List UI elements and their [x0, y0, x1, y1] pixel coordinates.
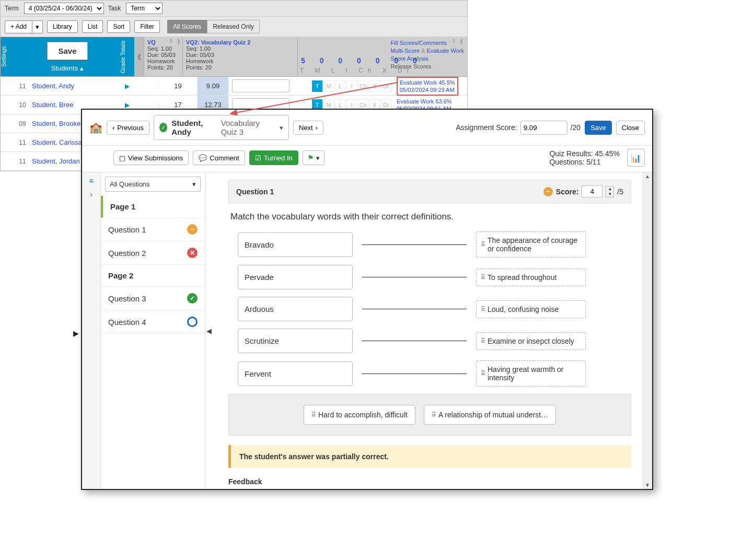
- flag-pill-Ch[interactable]: Ch: [358, 80, 368, 92]
- feedback-label: Feedback: [228, 477, 631, 486]
- gradebook-topbar: Term 4 (03/25/24 - 06/30/24) Task Term: [1, 1, 467, 17]
- comment-button[interactable]: 💬 Comment: [193, 150, 245, 165]
- library-button[interactable]: Library: [47, 20, 78, 33]
- release-scores-link[interactable]: Release Scores: [391, 63, 432, 69]
- match-connector: [362, 341, 467, 341]
- sort-asc-icon[interactable]: ▴: [80, 64, 84, 72]
- student-link[interactable]: Student, Brooke: [32, 120, 80, 127]
- bank-item[interactable]: ⠿A relationship of mutual underst…: [424, 405, 556, 425]
- grip-icon: ⠿: [481, 306, 484, 313]
- previous-button[interactable]: ‹ Previous: [107, 121, 149, 135]
- task-select[interactable]: Term: [126, 3, 163, 14]
- flag-pill-M[interactable]: M: [323, 80, 334, 92]
- match-connector: [362, 309, 467, 309]
- collapse-left-icon[interactable]: ⟪: [134, 37, 144, 76]
- student-name: Student, Andy: [171, 119, 217, 136]
- assignment-score-max: /20: [571, 123, 581, 132]
- match-row: Bravado ⠿The appearance of courage or co…: [228, 231, 631, 258]
- left-icon-rail: ≡ ›: [82, 172, 101, 489]
- match-row: Pervade ⠿To spread throughout: [228, 265, 631, 289]
- score-input[interactable]: [232, 79, 289, 92]
- evaluate-work-link[interactable]: Evaluate Work: [427, 48, 464, 54]
- fill-scores-link[interactable]: Fill Scores/Comments: [391, 39, 464, 47]
- assignment-score-input[interactable]: [520, 121, 567, 135]
- chevron-right-icon[interactable]: ⟫: [177, 38, 180, 45]
- multi-score-link[interactable]: Multi-Score: [391, 48, 420, 54]
- flag-pill-I[interactable]: I: [346, 80, 357, 92]
- add-dropdown-caret[interactable]: ▾: [32, 20, 43, 33]
- view-submissions-button[interactable]: ▢ View Submissions: [113, 150, 189, 165]
- add-button[interactable]: + Add: [5, 20, 32, 33]
- student-link[interactable]: Student, Bree: [32, 101, 74, 109]
- flag-pill-Dr[interactable]: Dr: [381, 80, 391, 92]
- gradebook-save-button[interactable]: Save: [47, 42, 87, 60]
- score-spinner[interactable]: ▲▼: [606, 186, 614, 197]
- category-column-header: ⇳ ⟪ 5 0 0 0 0 0 0 T M L I Ch X Dr Fill S…: [297, 37, 467, 76]
- match-definition[interactable]: ⠿Having great warmth or intensity: [476, 360, 586, 387]
- filter-button[interactable]: Filter: [134, 20, 160, 33]
- match-word: Pervade: [238, 265, 353, 289]
- nav-page[interactable]: Page 2: [101, 265, 205, 287]
- header-links: Fill Scores/Comments Multi-Score & Evalu…: [391, 39, 464, 71]
- row-number: 11: [15, 139, 30, 146]
- flag-pill-T[interactable]: T: [312, 80, 322, 92]
- match-definition[interactable]: ⠿Examine or insepct closely: [476, 332, 586, 350]
- students-label[interactable]: Students: [51, 64, 78, 72]
- chevron-right-icon[interactable]: ›: [90, 190, 92, 199]
- flag-dropdown[interactable]: ⚑▾: [303, 150, 324, 165]
- student-link[interactable]: Student, Andy: [32, 82, 74, 90]
- student-quiz-selector[interactable]: ✓ Student, Andy Vocabulary Quiz 3 ▾: [154, 115, 289, 140]
- match-definition[interactable]: ⠿Loud, confusing noise: [476, 300, 586, 318]
- match-word: Scrutinize: [238, 329, 353, 353]
- match-definition[interactable]: ⠿To spread throughout: [476, 269, 586, 286]
- nav-page[interactable]: Page 1: [101, 196, 205, 218]
- score-analysis-link[interactable]: Score Analysis: [391, 55, 464, 63]
- flag-pill-X[interactable]: X: [369, 80, 380, 92]
- gradebook-row: 11Student, Andy▶199.09TMLIChXDrEvaluate …: [1, 77, 467, 96]
- match-connector: [362, 277, 467, 277]
- sort-updown-icon[interactable]: ⇳: [169, 38, 173, 44]
- match-definition[interactable]: ⠿The appearance of courage or confidence: [476, 231, 586, 258]
- sort-button[interactable]: Sort: [107, 20, 130, 33]
- chart-icon-button[interactable]: 📊: [627, 149, 645, 167]
- list-button[interactable]: List: [82, 20, 103, 33]
- scrollbar[interactable]: ▲▼: [643, 172, 652, 489]
- nav-question[interactable]: Question 4: [101, 310, 205, 334]
- vq2-column-header[interactable]: VQ2: Vocabulary Quiz 2 Seq: 1.00 Due: 05…: [182, 37, 297, 76]
- modal-save-button[interactable]: Save: [585, 121, 612, 135]
- grade-totals-rail[interactable]: Grade Totals: [120, 37, 134, 76]
- nav-question[interactable]: Question 1−: [101, 218, 205, 241]
- released-only-tab[interactable]: Released Only: [207, 20, 260, 33]
- evaluate-work-link[interactable]: Evaluate Work 45.5%: [400, 79, 455, 86]
- settings-rail[interactable]: Settings: [1, 37, 15, 76]
- next-button[interactable]: Next ›: [293, 121, 323, 135]
- row-number: 09: [15, 120, 30, 127]
- gradebook-column-headers: Settings Save Students ▴ Grade Totals ⟪ …: [1, 37, 467, 77]
- bank-item[interactable]: ⠿Hard to accomplish, difficult: [304, 405, 415, 425]
- question-title: Question 1: [236, 188, 274, 196]
- turned-in-button[interactable]: ☑ Turned In: [249, 150, 298, 165]
- nav-question[interactable]: Question 2✕: [101, 241, 205, 265]
- evaluate-work-link[interactable]: Evaluate Work 63.6%: [397, 98, 467, 105]
- grip-icon: ⠿: [311, 411, 315, 418]
- list-icon[interactable]: ≡: [89, 177, 93, 185]
- chevron-down-icon: ▾: [192, 180, 196, 188]
- student-link[interactable]: Student, Jordan E: [32, 157, 86, 165]
- student-link[interactable]: Student, Carissa: [32, 138, 82, 146]
- modal-close-button[interactable]: Close: [616, 121, 645, 135]
- quiz-name: Vocabulary Quiz 3: [221, 119, 275, 136]
- all-questions-dropdown[interactable]: All Questions▾: [105, 177, 201, 192]
- vq-column-header[interactable]: ⇳ ⟫ VQ Seq: 1.00 Due: 05/03 Homework Poi…: [144, 37, 182, 76]
- all-scores-tab[interactable]: All Scores: [167, 20, 207, 33]
- grip-icon: ⠿: [432, 411, 435, 418]
- evaluate-date[interactable]: 05/02/2024 09:23 AM: [400, 86, 455, 94]
- play-icon[interactable]: ▶: [120, 83, 134, 90]
- side-expand-handle[interactable]: ▶: [73, 329, 79, 337]
- play-icon[interactable]: ▶: [120, 101, 134, 109]
- nav-question[interactable]: Question 3✓: [101, 287, 205, 310]
- nav-collapse-handle[interactable]: ◀: [205, 172, 213, 489]
- term-select[interactable]: 4 (03/25/24 - 06/30/24): [24, 3, 104, 14]
- flag-pill-L[interactable]: L: [335, 80, 345, 92]
- question-score-input[interactable]: [582, 185, 602, 197]
- score-label: Score:: [556, 188, 579, 196]
